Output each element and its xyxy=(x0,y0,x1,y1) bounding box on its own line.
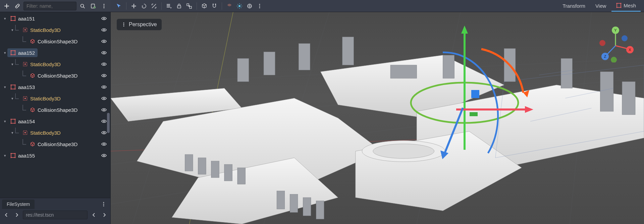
tree-elbow xyxy=(15,25,19,35)
expand-arrow[interactable]: ▾ xyxy=(10,131,15,135)
nav-forward2-button[interactable] xyxy=(100,210,108,220)
svg-rect-21 xyxy=(617,3,621,7)
svg-point-40 xyxy=(14,54,15,55)
collision-icon xyxy=(30,73,36,79)
visibility-toggle[interactable] xyxy=(100,106,108,114)
svg-rect-46 xyxy=(11,85,15,89)
svg-point-20 xyxy=(259,7,260,8)
add-script-button[interactable] xyxy=(89,1,98,11)
move-tool-button[interactable] xyxy=(129,1,139,11)
visibility-toggle[interactable] xyxy=(100,49,108,56)
expand-arrow[interactable]: ▾ xyxy=(3,51,7,55)
svg-rect-102 xyxy=(198,158,206,174)
visibility-toggle[interactable] xyxy=(100,95,108,102)
snap-cube-button[interactable] xyxy=(200,1,209,11)
top-row: Transform View Mesh xyxy=(0,0,644,12)
expand-arrow[interactable]: ▾ xyxy=(10,96,15,101)
environment-button[interactable] xyxy=(245,1,254,11)
svg-point-29 xyxy=(10,20,11,21)
add-node-button[interactable] xyxy=(2,1,11,11)
tree-row[interactable]: ▾aaa151 xyxy=(0,13,110,24)
node-label: aaa154 xyxy=(18,119,35,124)
visibility-toggle[interactable] xyxy=(100,26,108,34)
viewport-more-icon[interactable] xyxy=(255,1,264,11)
svg-rect-109 xyxy=(316,201,324,219)
visibility-toggle[interactable] xyxy=(100,152,108,159)
viewport-3d[interactable]: Perspective Y X Z xyxy=(111,12,644,224)
visibility-toggle[interactable] xyxy=(100,72,108,79)
tree-row[interactable]: CollisionShape3D xyxy=(0,70,110,81)
tree-row[interactable]: CollisionShape3D xyxy=(0,138,110,150)
visibility-toggle[interactable] xyxy=(100,60,108,68)
svg-point-69 xyxy=(10,157,11,158)
lock-button[interactable] xyxy=(174,1,184,11)
perspective-badge[interactable]: Perspective xyxy=(117,19,162,30)
svg-point-33 xyxy=(24,29,26,31)
axis-gizmo[interactable]: Y X Z xyxy=(597,26,634,62)
visibility-toggle[interactable] xyxy=(100,38,108,45)
expand-arrow[interactable]: ▾ xyxy=(10,62,15,66)
tree-row[interactable]: ▾aaa152 xyxy=(0,47,110,58)
tab-mesh[interactable]: Mesh xyxy=(611,0,641,12)
expand-arrow[interactable]: ▾ xyxy=(3,16,7,21)
scale-tool-button[interactable] xyxy=(149,1,159,11)
svg-point-4 xyxy=(104,5,105,6)
visibility-toggle[interactable] xyxy=(100,15,108,22)
expand-arrow[interactable]: ▾ xyxy=(3,85,7,89)
mesh-icon xyxy=(10,84,16,90)
svg-rect-106 xyxy=(277,191,284,209)
filesystem-more-icon[interactable] xyxy=(99,199,108,209)
sun-button[interactable] xyxy=(235,1,244,11)
tree-row[interactable]: ▾aaa155 xyxy=(0,150,110,161)
select-tool-button[interactable] xyxy=(114,1,123,11)
tab-transform[interactable]: Transform xyxy=(558,0,590,12)
tree-row[interactable]: ▾aaa154 xyxy=(0,116,110,127)
svg-point-53 xyxy=(24,98,26,99)
tree-row[interactable]: ▾StaticBody3D xyxy=(0,58,110,70)
snap-magnet-button[interactable] xyxy=(210,1,219,11)
visibility-toggle[interactable] xyxy=(100,129,108,136)
visibility-toggle[interactable] xyxy=(100,118,108,125)
svg-point-65 xyxy=(103,143,105,145)
svg-point-25 xyxy=(621,7,622,8)
group-button[interactable] xyxy=(184,1,194,11)
expand-arrow[interactable]: ▾ xyxy=(10,28,15,32)
svg-rect-6 xyxy=(167,4,170,5)
scene-tree[interactable]: ▾aaa151▾StaticBody3DCollisionShape3D▾aaa… xyxy=(0,12,110,198)
svg-point-122 xyxy=(123,24,124,25)
tree-elbow xyxy=(15,59,19,69)
tree-row[interactable]: CollisionShape3D xyxy=(0,36,110,47)
tree-row[interactable]: ▾aaa153 xyxy=(0,81,110,93)
node-label: StaticBody3D xyxy=(30,130,61,136)
node-label: aaa151 xyxy=(18,16,35,21)
list-select-button[interactable] xyxy=(164,1,174,11)
scene-tree-header xyxy=(0,0,111,12)
app-root: Transform View Mesh ▾aaa151▾StaticBody3D… xyxy=(0,0,644,224)
link-button[interactable] xyxy=(13,1,22,11)
search-icon[interactable] xyxy=(78,1,87,11)
nav-back-button[interactable] xyxy=(2,210,10,220)
scene-filter-input[interactable] xyxy=(23,2,76,10)
camera-button[interactable] xyxy=(225,1,234,11)
svg-line-117 xyxy=(444,108,463,154)
filesystem-path-input[interactable] xyxy=(23,211,88,219)
nav-forward-button[interactable] xyxy=(12,210,21,220)
filesystem-tab[interactable]: FileSystem xyxy=(2,199,35,209)
nav-back2-button[interactable] xyxy=(90,210,98,220)
expand-arrow[interactable]: ▾ xyxy=(3,153,7,158)
tab-view[interactable]: View xyxy=(591,0,611,12)
tree-row[interactable]: ▾StaticBody3D xyxy=(0,24,110,36)
tree-row[interactable]: CollisionShape3D xyxy=(0,104,110,116)
more-icon[interactable] xyxy=(99,1,109,11)
collision-icon xyxy=(30,38,36,44)
expand-arrow[interactable]: ▾ xyxy=(3,119,7,124)
transform-gizmo[interactable] xyxy=(404,26,538,167)
rotate-tool-button[interactable] xyxy=(139,1,149,11)
viewport-toolbar: Transform View Mesh xyxy=(111,0,644,12)
svg-point-123 xyxy=(123,26,124,27)
visibility-toggle[interactable] xyxy=(100,83,108,91)
tree-row[interactable]: ▾StaticBody3D xyxy=(0,127,110,138)
tree-row[interactable]: ▾StaticBody3D xyxy=(0,93,110,104)
visibility-toggle[interactable] xyxy=(100,140,108,148)
node-label: aaa152 xyxy=(18,50,35,56)
